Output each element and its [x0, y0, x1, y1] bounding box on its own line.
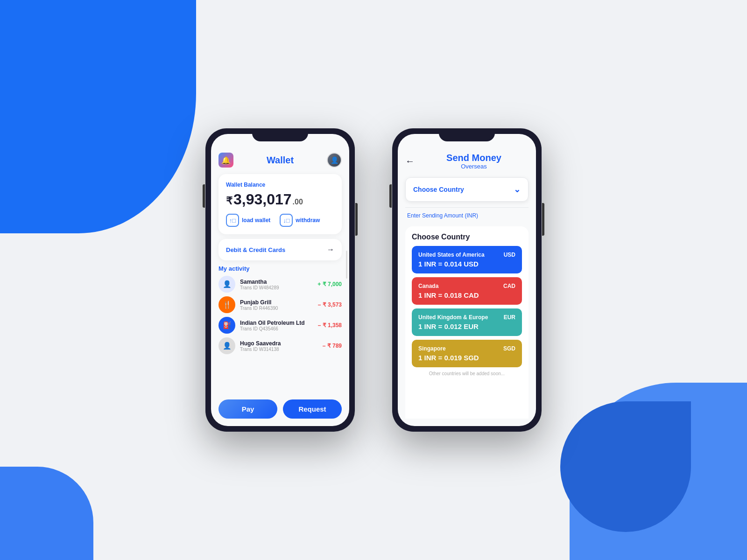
- load-label: load wallet: [242, 217, 270, 224]
- activity-amount-samantha: + ₹ 7,000: [317, 281, 342, 287]
- chevron-down-icon: ⌄: [514, 184, 521, 195]
- avatar[interactable]: 👤: [327, 153, 342, 168]
- country-card-canada[interactable]: Canada CAD 1 INR = 0.018 CAD: [412, 277, 522, 305]
- wallet-screen: 🔔 Wallet 👤 Wallet Balance ₹ 3,93,017 .00: [211, 134, 349, 426]
- activity-item-samantha[interactable]: 👤 Samantha Trans ID W484289 + ₹ 7,000: [218, 276, 342, 293]
- activity-avatar-hugo: 👤: [218, 337, 235, 354]
- wallet-phone: 🔔 Wallet 👤 Wallet Balance ₹ 3,93,017 .00: [205, 128, 355, 432]
- country-card-singapore[interactable]: Singapore SGD 1 INR = 0.019 SGD: [412, 340, 522, 367]
- country-card-top-canada: Canada CAD: [418, 283, 515, 289]
- send-header: ← Send Money Overseas: [405, 153, 529, 170]
- activity-item-punjab[interactable]: 🍴 Punjab Grill Trans ID R446390 – ₹ 3,57…: [218, 296, 342, 313]
- withdraw-button[interactable]: ↓□ withdraw: [280, 214, 320, 227]
- request-button[interactable]: Request: [283, 399, 342, 419]
- activity-list: 👤 Samantha Trans ID W484289 + ₹ 7,000 🍴 …: [218, 276, 342, 354]
- dropdown-panel-title: Choose Country: [412, 233, 522, 241]
- bg-blob-top-left: [0, 0, 196, 233]
- cards-link-text: Debit & Credit Cards: [226, 246, 285, 253]
- activity-trans-iop: Trans ID Q435466: [240, 326, 313, 331]
- activity-name-hugo: Hugo Saavedra: [240, 340, 318, 347]
- phones-container: 🔔 Wallet 👤 Wallet Balance ₹ 3,93,017 .00: [205, 128, 542, 432]
- activity-name-samantha: Samantha: [240, 279, 313, 285]
- activity-icon-punjab: 🍴: [218, 296, 235, 313]
- uk-code: EUR: [504, 314, 515, 321]
- usa-name: United States of America: [418, 252, 485, 258]
- activity-info-samantha: Samantha Trans ID W484289: [240, 279, 313, 290]
- country-card-uk[interactable]: United Kingdom & Europe EUR 1 INR = 0.01…: [412, 308, 522, 336]
- activity-item-hugo[interactable]: 👤 Hugo Saavedra Trans ID W314138 – ₹ 789: [218, 337, 342, 354]
- activity-trans-punjab: Trans ID R446390: [240, 306, 313, 311]
- balance-number: 3,93,017: [233, 191, 292, 208]
- singapore-name: Singapore: [418, 345, 446, 352]
- activity-item-iop[interactable]: ⛽ Indian Oil Petroleum Ltd Trans ID Q435…: [218, 317, 342, 334]
- canada-rate: 1 INR = 0.018 CAD: [418, 291, 515, 299]
- uk-rate: 1 INR = 0.012 EUR: [418, 322, 515, 330]
- usa-rate: 1 INR = 0.014 USD: [418, 260, 515, 268]
- activity-trans-hugo: Trans ID W314138: [240, 347, 318, 352]
- country-card-top-usa: United States of America USD: [418, 252, 515, 258]
- withdraw-icon: ↓□: [280, 214, 293, 227]
- country-card-top-singapore: Singapore SGD: [418, 345, 515, 352]
- scroll-indicator: [346, 251, 347, 279]
- balance-amount: ₹ 3,93,017 .00: [226, 191, 334, 208]
- country-card-top-uk: United Kingdom & Europe EUR: [418, 314, 515, 321]
- country-card-usa[interactable]: United States of America USD 1 INR = 0.0…: [412, 246, 522, 273]
- arrow-right-icon: →: [327, 245, 334, 254]
- send-title-block: Send Money Overseas: [419, 153, 529, 170]
- balance-card: Wallet Balance ₹ 3,93,017 .00 ↑□ load wa…: [218, 174, 342, 234]
- footer-note: Other countries will be added soon...: [412, 371, 522, 376]
- withdraw-label: withdraw: [296, 217, 320, 224]
- wallet-title: Wallet: [267, 155, 294, 166]
- activity-info-punjab: Punjab Grill Trans ID R446390: [240, 299, 313, 311]
- load-wallet-button[interactable]: ↑□ load wallet: [226, 214, 270, 227]
- activity-avatar-samantha: 👤: [218, 276, 235, 293]
- activity-section: My activity 👤 Samantha Trans ID W484289 …: [218, 265, 342, 391]
- bottom-buttons: Pay Request: [218, 396, 342, 419]
- activity-trans-samantha: Trans ID W484289: [240, 285, 313, 290]
- activity-icon-iop: ⛽: [218, 317, 235, 334]
- amount-field-label: Enter Sending Amount (INR): [405, 207, 529, 221]
- usa-code: USD: [504, 252, 515, 258]
- activity-amount-punjab: – ₹ 3,573: [318, 301, 342, 308]
- activity-amount-iop: – ₹ 1,358: [318, 322, 342, 329]
- bg-blob-bottom-right2: [560, 401, 691, 532]
- activity-info-hugo: Hugo Saavedra Trans ID W314138: [240, 340, 318, 352]
- cards-link[interactable]: Debit & Credit Cards →: [218, 239, 342, 260]
- balance-decimal: .00: [293, 198, 303, 206]
- send-money-phone: ← Send Money Overseas Choose Country ⌄ E…: [392, 128, 542, 432]
- phone-notch: [252, 128, 308, 141]
- canada-code: CAD: [503, 283, 515, 289]
- activity-amount-hugo: – ₹ 789: [323, 343, 342, 349]
- avatar-icon: 👤: [331, 156, 338, 164]
- phone2-notch: [439, 128, 495, 141]
- send-money-screen: ← Send Money Overseas Choose Country ⌄ E…: [398, 134, 536, 426]
- balance-label: Wallet Balance: [226, 182, 334, 188]
- bell-icon[interactable]: 🔔: [218, 153, 233, 168]
- activity-title: My activity: [218, 265, 342, 272]
- singapore-rate: 1 INR = 0.019 SGD: [418, 354, 515, 362]
- activity-info-iop: Indian Oil Petroleum Ltd Trans ID Q43546…: [240, 320, 313, 331]
- country-dropdown[interactable]: Choose Country ⌄: [405, 177, 529, 202]
- send-money-subtitle: Overseas: [419, 163, 529, 170]
- country-dropdown-panel: Choose Country United States of America …: [405, 226, 529, 419]
- canada-name: Canada: [418, 283, 438, 289]
- activity-name-iop: Indian Oil Petroleum Ltd: [240, 320, 313, 326]
- rupee-symbol: ₹: [226, 195, 233, 207]
- wallet-header: 🔔 Wallet 👤: [218, 153, 342, 168]
- back-button[interactable]: ←: [405, 156, 415, 167]
- pay-button[interactable]: Pay: [218, 399, 277, 419]
- bg-blob-left-mid: [0, 467, 93, 560]
- wallet-actions: ↑□ load wallet ↓□ withdraw: [226, 214, 334, 227]
- choose-country-label: Choose Country: [413, 186, 464, 193]
- singapore-code: SGD: [503, 345, 515, 352]
- send-money-title: Send Money: [419, 153, 529, 163]
- uk-name: United Kingdom & Europe: [418, 314, 488, 321]
- load-icon: ↑□: [226, 214, 239, 227]
- activity-name-punjab: Punjab Grill: [240, 299, 313, 306]
